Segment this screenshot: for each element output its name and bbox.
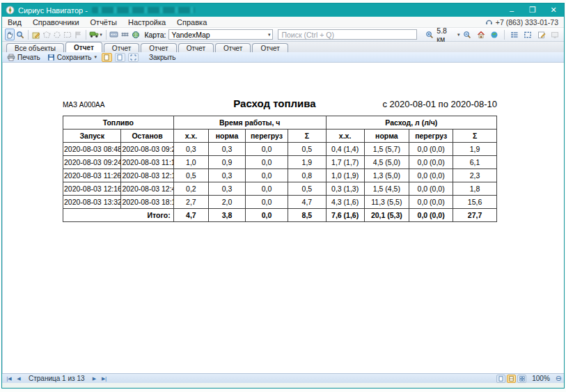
totals-value-4: 7,6 (1,6)	[326, 209, 364, 222]
polygon-tool-button[interactable]	[42, 29, 52, 40]
route-flag-tool-button[interactable]	[73, 29, 83, 40]
save-label: Сохранить	[57, 54, 92, 61]
minimize-button[interactable]: –	[501, 3, 522, 17]
track-tool-button[interactable]	[109, 29, 119, 40]
circle-tool-button[interactable]	[52, 29, 62, 40]
map-provider-select[interactable]: YandexMap ▾	[168, 29, 273, 40]
group-header-0: Топливо	[63, 116, 174, 130]
column-header-4: перегруз	[245, 130, 288, 143]
tab-5[interactable]: Отчет	[215, 43, 251, 52]
fuel-consumption-table: ТопливоВремя работы, чРасход, л (л/ч)Зап…	[63, 116, 497, 222]
pan-hand-tool-button[interactable]	[5, 29, 15, 40]
cell-r0-c5: 0,5	[288, 143, 326, 156]
prev-page-button[interactable]: ◀	[14, 375, 24, 383]
vehicle-name: МАЗ А000АА	[63, 101, 181, 109]
note-edit-icon	[537, 31, 546, 39]
close-button[interactable]: ✕	[543, 3, 564, 17]
first-page-button[interactable]: |◀	[4, 375, 14, 383]
cell-r3-c9: 1,8	[453, 182, 497, 196]
menu-item-4[interactable]: Справка	[171, 17, 212, 27]
cell-r3-c0: 2020-08-03 12:16	[63, 182, 121, 196]
tab-3[interactable]: Отчет	[141, 43, 176, 52]
fit-width-icon	[509, 376, 514, 382]
zoom-out-minus-button[interactable]: ⊖	[556, 375, 562, 382]
zoom-in-button[interactable]	[423, 29, 436, 40]
save-button[interactable]: Сохранить ▾	[45, 53, 99, 62]
cell-r1-c3: 0,9	[209, 156, 246, 169]
totals-value-0: 4,7	[173, 209, 208, 222]
page-indicator: Страница 1 из 13	[24, 375, 90, 382]
next-page-button[interactable]: ▶	[90, 375, 100, 383]
zoom-area-tool-button[interactable]	[15, 29, 25, 40]
page-view-single-button[interactable]	[102, 53, 112, 62]
page-view-width-button[interactable]	[115, 53, 125, 62]
zoom-out-button[interactable]	[462, 29, 474, 40]
rectangle-icon	[63, 31, 72, 39]
globe-layers-icon	[132, 31, 140, 39]
edit-pencil-icon	[32, 31, 40, 39]
cell-r0-c3: 0,3	[209, 143, 246, 156]
close-report-button[interactable]: Закрыть	[147, 53, 178, 62]
cell-r1-c7: 4,5 (5,0)	[364, 156, 409, 169]
tab-0[interactable]: Все объекты	[6, 43, 64, 52]
object-list-button[interactable]	[508, 29, 521, 40]
cell-r2-c1: 2020-08-03 12:14	[121, 169, 173, 182]
view-fit-page-button[interactable]	[507, 375, 516, 383]
cell-r3-c3: 0,3	[209, 182, 246, 196]
map-scale-value[interactable]: 5.8 км	[437, 26, 455, 43]
menu-item-0[interactable]: Вид	[2, 17, 27, 27]
view-multi-page-button[interactable]	[517, 375, 526, 383]
last-page-button[interactable]: ▶|	[100, 375, 109, 383]
close-report-label: Закрыть	[149, 54, 176, 61]
railway-icon	[120, 31, 129, 38]
cell-r2-c0: 2020-08-03 11:26	[63, 169, 121, 182]
cell-r1-c4: 0,0	[245, 156, 288, 169]
status-bar: |◀ ◀ Страница 1 из 13 ▶ ▶| 100% ⊖	[2, 373, 564, 383]
notes-button[interactable]	[535, 29, 548, 40]
group-header-1: Время работы, ч	[173, 116, 326, 130]
list-icon	[510, 31, 519, 39]
cell-r1-c2: 1,0	[173, 156, 208, 169]
page-view-fit-button[interactable]	[128, 53, 139, 62]
tab-2[interactable]: Отчет	[104, 43, 139, 52]
frame-icon	[524, 31, 532, 39]
circle-icon	[53, 31, 61, 39]
print-button[interactable]: Печать	[5, 53, 42, 62]
cell-r0-c0: 2020-08-03 08:48	[63, 143, 121, 156]
tab-4[interactable]: Отчет	[178, 43, 214, 52]
caret-down-icon: ▾	[457, 32, 460, 38]
selection-frame-button[interactable]	[522, 29, 535, 40]
maximize-button[interactable]: ❒	[522, 3, 543, 17]
cell-r2-c9: 2,3	[453, 169, 497, 182]
table-column-header-row: ЗапускОстановх.х.нормаперегрузΣх.х.норма…	[63, 130, 497, 143]
report-toolbar: Печать Сохранить ▾ Зак	[2, 52, 564, 63]
tab-6[interactable]: Отчет	[252, 43, 288, 52]
column-header-0: Запуск	[63, 130, 121, 143]
rectangle-tool-button[interactable]	[63, 29, 72, 40]
menu-item-1[interactable]: Справочники	[27, 17, 85, 27]
cell-r4-c6: 4,3 (1,6)	[326, 196, 364, 209]
edit-map-tool-button[interactable]	[31, 29, 41, 40]
vehicle-menu-button[interactable]: ▾	[88, 29, 103, 40]
table-row: 2020-08-03 08:482020-08-03 09:200,30,30,…	[63, 143, 497, 156]
map-provider-value: YandexMap	[171, 31, 210, 39]
home-icon	[477, 31, 485, 39]
magnifier-plus-icon	[425, 31, 434, 39]
menu-item-2[interactable]: Отчёты	[85, 17, 123, 27]
cell-r3-c4: 0,0	[245, 182, 288, 196]
column-header-8: перегруз	[409, 130, 453, 143]
map-view-button[interactable]	[489, 29, 501, 40]
monitor-button[interactable]	[549, 29, 562, 40]
geozones-tool-button[interactable]	[131, 29, 141, 40]
column-header-6: х.х.	[326, 130, 364, 143]
flag-icon	[74, 31, 82, 39]
view-single-page-button[interactable]	[496, 375, 505, 383]
totals-value-3: 8,5	[288, 209, 326, 222]
railway-tool-button[interactable]	[120, 29, 130, 40]
home-view-button[interactable]	[475, 29, 487, 40]
menu-item-3[interactable]: Настройка	[123, 17, 171, 27]
search-input[interactable]	[278, 29, 416, 40]
table-group-header-row: ТопливоВремя работы, чРасход, л (л/ч)	[63, 116, 497, 130]
totals-value-2: 0,0	[245, 209, 288, 222]
tab-1[interactable]: Отчет	[65, 42, 102, 52]
